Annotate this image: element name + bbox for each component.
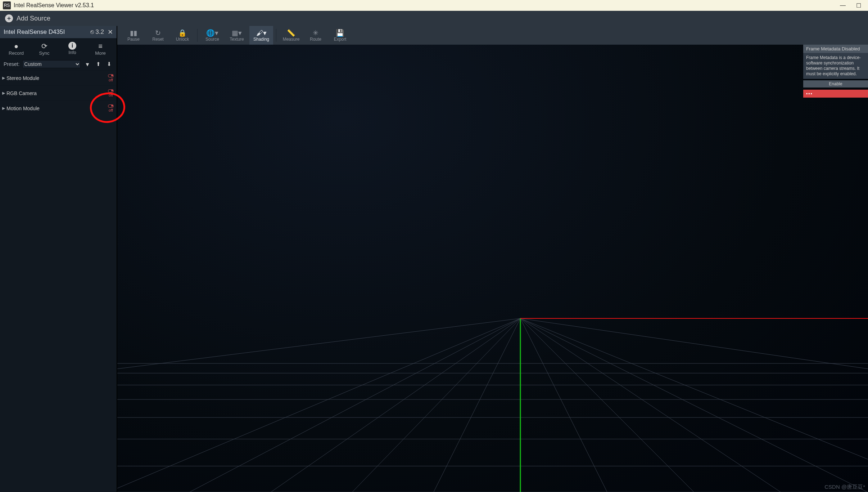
plus-icon: + [5, 14, 13, 22]
preset-select[interactable]: Custom [22, 60, 81, 68]
warning-enable-button[interactable]: Enable [803, 80, 868, 88]
module-label: RGB Camera [6, 90, 37, 96]
chevron-right-icon: ▶ [2, 106, 5, 111]
shading-button[interactable]: 🖌▾Shading [249, 26, 273, 45]
pause-icon: ▮▮ [130, 29, 137, 37]
module-row-stereo[interactable]: ▶ Stereo Module off [0, 70, 117, 85]
upload-preset-button[interactable]: ⬆ [94, 60, 102, 68]
device-close-button[interactable]: ✕ [108, 28, 113, 36]
toolbar-separator [197, 29, 198, 42]
chevron-right-icon: ▶ [2, 91, 5, 95]
info-icon: i [68, 42, 76, 50]
module-toggle[interactable]: off [108, 104, 114, 112]
device-sidebar: Intel RealSense D435I ⎋ 3.2 ✕ ● Record ⟳… [0, 26, 117, 492]
unlock-button[interactable]: 🔒Unlock [171, 26, 194, 45]
globe-icon: 🌐▾ [206, 29, 218, 37]
window-minimize-button[interactable]: — [835, 0, 851, 11]
module-toggle[interactable]: off [108, 89, 114, 97]
scene-grid [117, 45, 868, 492]
export-icon: 💾 [336, 29, 344, 37]
toolbar-separator [276, 29, 276, 42]
lock-icon: 🔒 [178, 29, 187, 37]
device-name: Intel RealSense D435I [4, 28, 65, 36]
route-label: Route [310, 37, 321, 42]
texture-icon: ▦▾ [232, 29, 242, 37]
toggle-state-label: off [109, 78, 113, 82]
watermark: CSDN @唐豆豆* [824, 484, 865, 491]
sync-label: Sync [39, 50, 50, 56]
reset-label: Reset [152, 37, 163, 42]
toggle-track-icon [108, 89, 114, 93]
shading-icon: 🖌▾ [256, 29, 267, 37]
svg-line-20 [520, 318, 868, 369]
warning-title: Frame Metadata Disabled [803, 45, 868, 53]
module-label: Stereo Module [6, 75, 39, 81]
toggle-state-label: off [109, 93, 113, 97]
add-source-label: Add Source [17, 15, 50, 22]
pause-button[interactable]: ▮▮Pause [122, 26, 145, 45]
more-label: More [95, 50, 106, 56]
module-toggle[interactable]: off [108, 74, 114, 82]
export-label: Export [334, 37, 347, 42]
warning-body: Frame Metadata is a device-software sync… [803, 53, 868, 79]
warning-error-bar[interactable]: ••• [803, 90, 868, 98]
window-titlebar: RS Intel RealSense Viewer v2.53.1 — ☐ [0, 0, 868, 11]
preset-row: Preset: Custom ▼ ⬆ ⬇ [0, 59, 117, 70]
toggle-track-icon [108, 74, 114, 77]
source-button[interactable]: 🌐▾Source [200, 26, 224, 45]
metadata-warning-panel: Frame Metadata Disabled Frame Metadata i… [803, 45, 868, 98]
module-row-rgb[interactable]: ▶ RGB Camera off [0, 85, 117, 100]
export-button[interactable]: 💾Export [328, 26, 352, 45]
chevron-right-icon: ▶ [2, 76, 5, 80]
module-label: Motion Module [6, 106, 40, 111]
measure-button[interactable]: 📏Measure [279, 26, 303, 45]
dropdown-icon[interactable]: ▼ [83, 60, 91, 68]
reset-button[interactable]: ↻Reset [146, 26, 170, 45]
toggle-state-label: off [109, 108, 113, 112]
download-preset-button[interactable]: ⬇ [105, 60, 113, 68]
preset-label: Preset: [4, 61, 19, 67]
texture-label: Texture [230, 37, 244, 42]
source-label: Source [205, 37, 219, 42]
hamburger-icon: ≡ [98, 42, 103, 50]
info-button[interactable]: i Info [58, 42, 86, 56]
record-button[interactable]: ● Record [2, 42, 30, 56]
unlock-label: Unlock [176, 37, 189, 42]
stage-toolbar: ▮▮Pause ↻Reset 🔒Unlock 🌐▾Source ▦▾Textur… [117, 26, 868, 45]
shading-label: Shading [253, 37, 269, 42]
viewport-3d[interactable]: ▮▮Pause ↻Reset 🔒Unlock 🌐▾Source ▦▾Textur… [117, 26, 868, 492]
svg-line-19 [117, 318, 520, 369]
route-icon: ✳ [313, 29, 318, 37]
add-source-bar[interactable]: + Add Source [0, 11, 868, 26]
measure-label: Measure [283, 37, 300, 42]
device-actions-row: ● Record ⟳ Sync i Info ≡ More [0, 38, 117, 59]
window-maximize-button[interactable]: ☐ [851, 0, 867, 11]
info-label: Info [68, 50, 76, 55]
usb-version: 3.2 [95, 28, 104, 36]
more-button[interactable]: ≡ More [86, 42, 114, 56]
device-header: Intel RealSense D435I ⎋ 3.2 ✕ [0, 26, 117, 38]
sync-button[interactable]: ⟳ Sync [30, 42, 58, 56]
route-button[interactable]: ✳Route [304, 26, 327, 45]
reset-icon: ↻ [155, 29, 161, 37]
pause-label: Pause [127, 37, 140, 42]
app-logo: RS [3, 1, 11, 9]
record-label: Record [9, 50, 24, 56]
record-icon: ● [14, 42, 18, 50]
sync-icon: ⟳ [41, 42, 48, 50]
texture-button[interactable]: ▦▾Texture [225, 26, 249, 45]
usb-icon: ⎋ [90, 28, 94, 36]
ruler-icon: 📏 [287, 29, 295, 37]
toggle-track-icon [108, 104, 114, 108]
window-title: Intel RealSense Viewer v2.53.1 [14, 2, 94, 9]
module-row-motion[interactable]: ▶ Motion Module off [0, 100, 117, 116]
